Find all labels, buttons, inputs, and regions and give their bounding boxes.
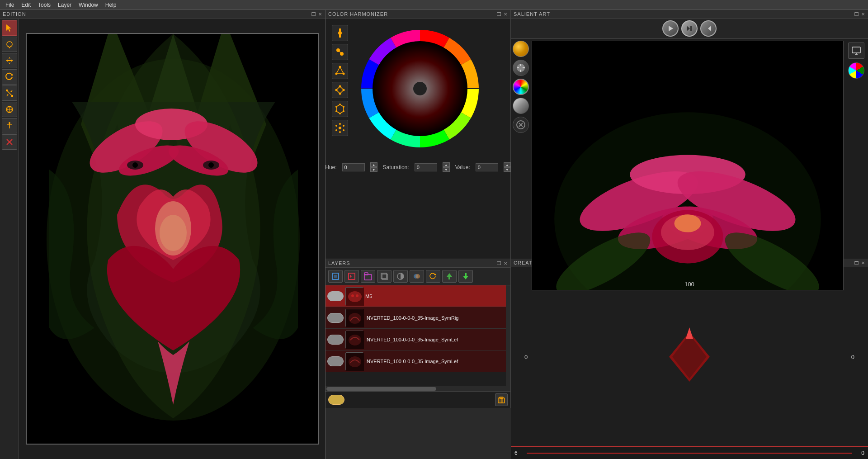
layer-eye-2[interactable] [327, 335, 344, 345]
svg-marker-48 [336, 104, 344, 114]
ctrl-label-left: 0 [524, 354, 528, 360]
sa-restore-icon[interactable]: 🗖 [854, 12, 859, 17]
layers-close-icon[interactable]: ✕ [504, 261, 508, 266]
ch-close-icon[interactable]: ✕ [504, 12, 508, 17]
layer-new-btn[interactable] [328, 270, 343, 283]
salient-toolbar [511, 19, 868, 39]
diamond-control[interactable] [658, 325, 721, 388]
layers-hscroll[interactable] [326, 386, 510, 391]
menu-tools[interactable]: Tools [34, 1, 54, 9]
menu-help[interactable]: Help [102, 1, 120, 9]
pin-tool-btn[interactable] [2, 118, 17, 133]
sat-up[interactable]: ▲ [443, 162, 450, 167]
svg-marker-67 [687, 26, 690, 31]
layer-mask-btn[interactable] [393, 270, 408, 283]
palette-btn[interactable] [848, 62, 864, 79]
color-harmonizer-title-text: Color Harmonizer [328, 11, 388, 17]
layers-panel: Layers 🗖 ✕ [326, 259, 511, 408]
layer-down-btn[interactable] [458, 270, 473, 283]
svg-point-110 [348, 291, 362, 302]
layer-row-2[interactable]: INVERTED_100-0-0-0_35-Image_SymLef [326, 329, 506, 350]
cc-restore-icon[interactable]: 🗖 [854, 260, 859, 265]
layer-eye-1[interactable] [327, 313, 344, 323]
layer-rotate-btn[interactable] [426, 270, 440, 283]
menu-file[interactable]: File [2, 1, 18, 9]
layers-eye-btn[interactable] [328, 395, 344, 405]
salient-nav-btn[interactable] [513, 60, 529, 76]
sat-down[interactable]: ▼ [443, 167, 450, 172]
layers-restore-icon[interactable]: 🗖 [497, 261, 502, 266]
color-wheel[interactable] [354, 23, 486, 154]
layer-row-m5[interactable]: M5 [326, 285, 506, 307]
val-down[interactable]: ▼ [504, 167, 511, 172]
layer-group-btn[interactable] [361, 270, 375, 283]
svg-point-35 [338, 31, 342, 35]
salient-gray-btn[interactable] [513, 98, 529, 114]
salient-play-btn[interactable] [662, 20, 679, 37]
menu-edit[interactable]: Edit [18, 1, 34, 9]
edition-close-icon[interactable]: ✕ [318, 12, 322, 17]
menu-layer[interactable]: Layer [54, 1, 75, 9]
layer-name-1: INVERTED_100-0-0-0_35-Image_SymRig [365, 315, 504, 321]
layer-row-1[interactable]: INVERTED_100-0-0-0_35-Image_SymRig [326, 307, 506, 329]
layer-up-btn[interactable] [442, 270, 457, 283]
rotate-tool-btn[interactable] [2, 69, 17, 85]
salient-forward-btn[interactable] [681, 20, 698, 37]
salient-image [532, 41, 844, 290]
move-tool-btn[interactable] [2, 53, 17, 68]
svg-marker-4 [10, 90, 13, 92]
harmony-icons [330, 23, 350, 154]
svg-rect-106 [448, 277, 450, 279]
lasso-tool-btn[interactable] [2, 37, 17, 52]
value-input[interactable] [476, 163, 498, 171]
svg-marker-127 [686, 327, 693, 339]
harmony-hexagonal-btn[interactable] [332, 101, 348, 117]
salient-back-btn[interactable] [700, 20, 717, 37]
layer-copy-btn[interactable] [377, 270, 392, 283]
salient-img-bg [532, 41, 843, 290]
svg-line-38 [338, 50, 342, 54]
hue-down[interactable]: ▼ [370, 167, 377, 172]
layers-footer [326, 391, 510, 408]
warp-tool-btn[interactable] [2, 102, 17, 117]
select-tool-btn[interactable] [2, 20, 17, 36]
hue-up[interactable]: ▲ [370, 162, 377, 167]
cc-close-icon[interactable]: ✕ [861, 260, 865, 265]
harmony-tetradic-btn[interactable] [332, 82, 348, 98]
svg-point-112 [356, 294, 359, 297]
layer-eye-3[interactable] [327, 356, 344, 366]
layers-trash-btn[interactable] [495, 393, 508, 406]
ch-restore-icon[interactable]: 🗖 [497, 12, 502, 17]
saturation-input[interactable] [415, 163, 437, 171]
svg-point-53 [335, 110, 337, 112]
harmony-complex-btn[interactable] [332, 120, 348, 136]
svg-rect-68 [690, 26, 692, 31]
salient-left-controls [513, 41, 529, 290]
salient-x-btn[interactable] [513, 117, 529, 133]
layers-hscroll-thumb[interactable] [326, 387, 436, 391]
bottom-row: Layers 🗖 ✕ [326, 259, 868, 459]
color-sphere-btn[interactable] [513, 41, 529, 57]
svg-point-55 [339, 127, 341, 129]
edition-restore-icon[interactable]: 🗖 [311, 12, 316, 17]
knife-tool-btn[interactable] [2, 134, 17, 150]
layer-delete-btn[interactable] [344, 270, 359, 283]
scale-tool-btn[interactable] [2, 85, 17, 101]
main-layout: Edition 🗖 ✕ [0, 10, 868, 459]
harmony-triadic-btn[interactable] [332, 63, 348, 79]
val-up[interactable]: ▲ [504, 162, 511, 167]
edition-title-text: Edition [3, 11, 26, 17]
harmony-monochromatic-btn[interactable] [332, 25, 348, 41]
hue-input[interactable] [342, 163, 365, 171]
layers-scrollbar[interactable] [506, 285, 510, 386]
svg-marker-96 [350, 274, 354, 278]
salient-color-btn[interactable] [513, 79, 529, 95]
monitor-btn[interactable] [848, 43, 864, 59]
controller-content[interactable]: 100 0 0 [511, 267, 868, 446]
layer-row-3[interactable]: INVERTED_100-0-0-0_35-Image_SymLef [326, 350, 506, 372]
layer-eye-m5[interactable] [327, 291, 344, 301]
menu-window[interactable]: Window [75, 1, 102, 9]
sa-close-icon[interactable]: ✕ [861, 12, 865, 17]
harmony-complementary-btn[interactable] [332, 44, 348, 60]
layer-blend-btn[interactable] [410, 270, 424, 283]
